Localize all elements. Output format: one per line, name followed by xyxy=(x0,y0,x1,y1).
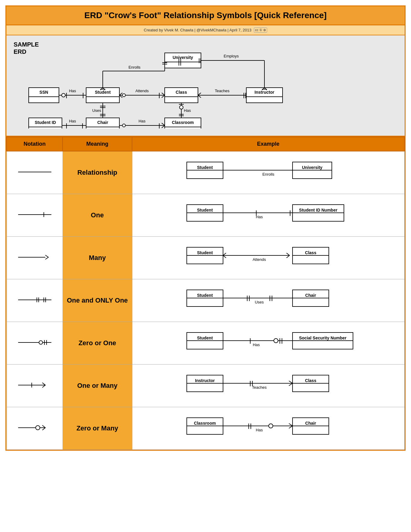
svg-text:Student ID Number: Student ID Number xyxy=(299,208,337,212)
svg-text:Student: Student xyxy=(197,165,212,170)
svg-text:Attends: Attends xyxy=(135,89,149,93)
row-relationship: Relationship Student Enrolls University xyxy=(7,151,404,194)
svg-text:Class: Class xyxy=(305,250,316,255)
svg-text:Student ID: Student ID xyxy=(35,120,56,125)
example-svg-one-many: Instructor Teaches Class xyxy=(163,368,374,404)
row-zero-many: Zero or Many Classroom Has xyxy=(7,407,404,450)
header-meaning: Meaning xyxy=(63,137,132,151)
svg-text:Has: Has xyxy=(69,89,76,93)
example-many: Student Attends Class xyxy=(132,237,404,279)
main-title: ERD "Crow's Foot" Relationship Symbols [… xyxy=(84,11,327,20)
header-example: Example xyxy=(132,137,404,151)
svg-text:Uses: Uses xyxy=(255,300,264,304)
example-zero-many: Classroom Has Chair xyxy=(132,407,404,450)
notation-svg-one-only xyxy=(15,295,54,304)
credits-text: Created by Vivek M. Chawla | @VivekMChaw… xyxy=(144,28,251,32)
row-many: Many Student Attends Class xyxy=(7,237,404,279)
meaning-one-only: One and ONLY One xyxy=(63,279,132,322)
svg-point-27 xyxy=(62,93,65,97)
meaning-one: One xyxy=(63,194,132,237)
row-one-many: One or Many Instructor Teaches xyxy=(7,365,404,407)
svg-point-35 xyxy=(122,94,125,97)
svg-point-160 xyxy=(269,424,273,428)
svg-text:Enrolls: Enrolls xyxy=(128,65,141,70)
svg-text:Student: Student xyxy=(197,250,212,255)
svg-text:Has: Has xyxy=(256,428,263,432)
svg-text:Class: Class xyxy=(176,90,187,95)
svg-text:University: University xyxy=(173,55,193,60)
svg-text:Enrolls: Enrolls xyxy=(262,172,274,177)
svg-text:Has: Has xyxy=(184,108,191,113)
svg-text:Teaches: Teaches xyxy=(215,89,230,93)
example-svg-one: Student Has Student ID Number xyxy=(163,197,374,233)
meaning-relationship: Relationship xyxy=(63,151,132,194)
example-svg-one-only: Student Uses Chair xyxy=(163,282,374,319)
notation-svg-zero-many xyxy=(15,423,54,432)
cc-icons: cc ① ⊛ xyxy=(254,28,267,33)
erd-label: SAMPLEERD xyxy=(14,41,39,55)
notation-relationship xyxy=(7,151,63,194)
svg-text:Student: Student xyxy=(197,208,212,212)
svg-text:Classroom: Classroom xyxy=(194,421,215,426)
example-one-many: Instructor Teaches Class xyxy=(132,365,404,407)
svg-text:Instructor: Instructor xyxy=(195,378,215,383)
erd-diagram: SSN Student ID Student Chair University … xyxy=(20,41,391,128)
row-zero-one: Zero or One Student Has xyxy=(7,322,404,365)
svg-point-152 xyxy=(36,426,40,430)
erd-section: SAMPLEERD SSN Student ID Student Chair U… xyxy=(6,35,405,137)
svg-text:University: University xyxy=(302,165,322,170)
meaning-zero-one: Zero or One xyxy=(63,322,132,365)
svg-text:Student: Student xyxy=(197,336,212,340)
header-notation: Notation xyxy=(7,137,63,151)
notation-svg-zero-one xyxy=(15,338,54,347)
svg-text:Chair: Chair xyxy=(97,120,108,125)
example-svg-zero-many: Classroom Has Chair xyxy=(163,410,374,446)
svg-text:Classroom: Classroom xyxy=(172,120,194,125)
example-svg-relationship: Student Enrolls University xyxy=(163,154,374,191)
svg-point-66 xyxy=(180,105,183,109)
credits-bar: Created by Vivek M. Chawla | @VivekMChaw… xyxy=(6,25,405,35)
notation-zero-one xyxy=(7,322,63,365)
row-one-only: One and ONLY One Student Uses xyxy=(7,279,404,322)
reference-table: Notation Meaning Example Relationship xyxy=(6,137,405,450)
svg-text:Employs: Employs xyxy=(224,54,239,58)
svg-text:Social Security Number: Social Security Number xyxy=(299,336,347,340)
notation-zero-many xyxy=(7,407,63,450)
example-svg-many: Student Attends Class xyxy=(163,240,374,276)
notation-one-many xyxy=(7,365,63,407)
example-one-only: Student Uses Chair xyxy=(132,279,404,322)
meaning-one-many: One or Many xyxy=(63,365,132,407)
svg-text:Chair: Chair xyxy=(305,293,316,298)
example-relationship: Student Enrolls University xyxy=(132,151,404,194)
example-one: Student Has Student ID Number xyxy=(132,194,404,237)
svg-text:Instructor: Instructor xyxy=(254,90,274,95)
svg-text:SSN: SSN xyxy=(40,90,48,95)
example-svg-zero-one: Student Has Social Security Number xyxy=(163,325,374,361)
svg-text:Chair: Chair xyxy=(305,421,316,426)
notation-many xyxy=(7,237,63,279)
notation-svg-relationship xyxy=(15,167,54,177)
svg-point-124 xyxy=(39,341,43,344)
svg-point-72 xyxy=(122,124,125,127)
svg-text:Teaches: Teaches xyxy=(252,385,267,390)
svg-text:Has: Has xyxy=(69,119,76,123)
example-zero-one: Student Has Social Security Number xyxy=(132,322,404,365)
svg-text:Student: Student xyxy=(95,90,111,95)
notation-svg-one xyxy=(15,210,54,219)
meaning-many: Many xyxy=(63,237,132,279)
notation-one xyxy=(7,194,63,237)
svg-text:Uses: Uses xyxy=(92,108,101,113)
svg-text:Has: Has xyxy=(256,215,263,219)
notation-svg-many xyxy=(15,253,54,262)
svg-text:Class: Class xyxy=(305,378,316,383)
notation-svg-one-many xyxy=(15,381,54,390)
svg-text:Attends: Attends xyxy=(252,257,266,262)
svg-text:Has: Has xyxy=(253,342,260,347)
row-one: One Student Has Student ID Numb xyxy=(7,194,404,237)
meaning-zero-many: Zero or Many xyxy=(63,407,132,450)
svg-text:Has: Has xyxy=(138,119,146,123)
notation-one-only xyxy=(7,279,63,322)
title-bar: ERD "Crow's Foot" Relationship Symbols [… xyxy=(6,6,405,25)
svg-point-133 xyxy=(274,339,278,343)
svg-text:Student: Student xyxy=(197,293,212,298)
